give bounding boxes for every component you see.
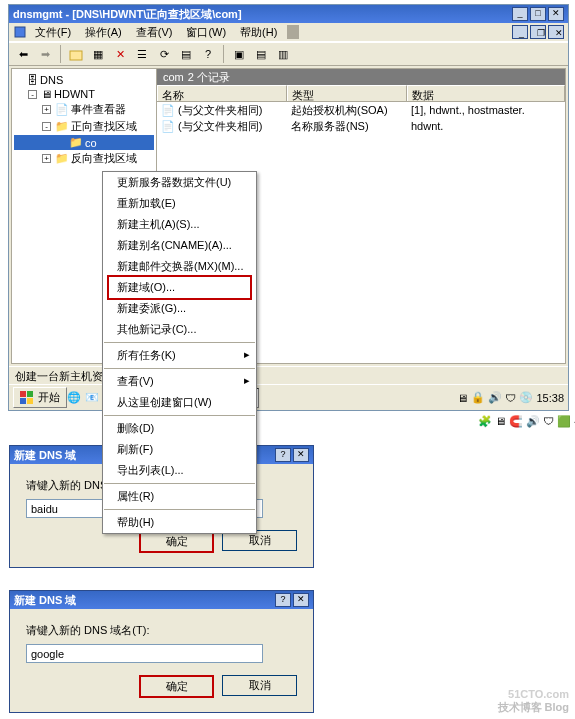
tree-fwd-zone[interactable]: -📁 正向查找区域 <box>14 118 154 135</box>
tray-icon[interactable]: 🧲 <box>509 415 523 428</box>
tray-icon[interactable]: 🛡 <box>543 415 554 428</box>
extra3-button[interactable]: ▥ <box>273 44 293 64</box>
show-hide-button[interactable]: ▦ <box>88 44 108 64</box>
tray-icon[interactable]: 🧩 <box>478 415 492 428</box>
ctx-separator <box>104 483 255 484</box>
col-data[interactable]: 数据 <box>407 85 565 101</box>
host-tray-row: 🧩 🖥 🧲 🔊 🛡 🟩 ◀ <box>478 415 575 428</box>
mmc-titlebar[interactable]: dnsmgmt - [DNS\HDWNT\正向查找区域\com] _ □ ✕ <box>9 5 568 23</box>
watermark: 51CTO.com 技术博客 Blog <box>498 680 570 713</box>
ctx-export[interactable]: 导出列表(L)... <box>103 460 256 481</box>
svg-rect-0 <box>15 27 25 37</box>
mmc-window: dnsmgmt - [DNS\HDWNT\正向查找区域\com] _ □ ✕ 文… <box>8 4 569 411</box>
tray-icon[interactable]: 💿 <box>519 391 533 404</box>
menubar: 文件(F) 操作(A) 查看(V) 窗口(W) 帮助(H) _ ❐ ✕ <box>9 23 568 42</box>
list-header-name: com <box>163 71 184 83</box>
ctx-update-server[interactable]: 更新服务器数据文件(U) <box>103 172 256 193</box>
back-button[interactable]: ⬅ <box>13 44 33 64</box>
menu-help[interactable]: 帮助(H) <box>234 23 283 42</box>
toolbar: ⬅ ➡ ▦ ✕ ☰ ⟳ ▤ ? ▣ ▤ ▥ <box>9 42 568 66</box>
doc-restore-button[interactable]: ❐ <box>530 25 546 39</box>
ctx-reload[interactable]: 重新加载(E) <box>103 193 256 214</box>
minimize-button[interactable]: _ <box>512 7 528 21</box>
ctx-help[interactable]: 帮助(H) <box>103 512 256 533</box>
export-button[interactable]: ▤ <box>176 44 196 64</box>
ctx-new-mx[interactable]: 新建邮件交换器(MX)(M)... <box>103 256 256 277</box>
extra1-button[interactable]: ▣ <box>229 44 249 64</box>
ctx-separator <box>104 509 255 510</box>
ctx-view[interactable]: 查看(V)▸ <box>103 371 256 392</box>
ctx-new-delegation[interactable]: 新建委派(G)... <box>103 298 256 319</box>
ctx-separator <box>104 415 255 416</box>
tree-com-selected[interactable]: 📁 co <box>14 135 154 150</box>
menu-window[interactable]: 窗口(W) <box>180 23 232 42</box>
doc-close-button[interactable]: ✕ <box>548 25 564 39</box>
ctx-delete[interactable]: 删除(D) <box>103 418 256 439</box>
svg-rect-5 <box>27 398 33 404</box>
context-menu: 更新服务器数据文件(U) 重新加载(E) 新建主机(A)(S)... 新建别名(… <box>102 171 257 534</box>
tray-icon[interactable]: 🟩 <box>557 415 571 428</box>
properties-button[interactable]: ☰ <box>132 44 152 64</box>
dialog1-help-button[interactable]: ? <box>275 448 291 462</box>
list-header-count: 2 个记录 <box>188 70 230 85</box>
svg-rect-3 <box>27 391 33 397</box>
list-header: com 2 个记录 <box>157 69 565 85</box>
dialog2-help-button[interactable]: ? <box>275 593 291 607</box>
ctx-new-alias[interactable]: 新建别名(CNAME)(A)... <box>103 235 256 256</box>
taskbar: 开始 🌐 📧 dnsmgmt - [DNS\HDWN... 🖥 🔒 🔊 🛡 💿 … <box>9 384 568 410</box>
ctx-separator <box>104 342 255 343</box>
close-button[interactable]: ✕ <box>548 7 564 21</box>
tree-root[interactable]: 🗄 DNS <box>14 73 154 87</box>
windows-icon <box>20 391 34 405</box>
ctx-other-records[interactable]: 其他新记录(C)... <box>103 319 256 340</box>
up-button[interactable] <box>66 44 86 64</box>
quicklaunch-icon[interactable]: 🌐 <box>67 391 81 404</box>
tray-clock[interactable]: 15:38 <box>536 392 564 404</box>
ctx-all-tasks[interactable]: 所有任务(K)▸ <box>103 345 256 366</box>
svg-rect-4 <box>20 398 26 404</box>
tree-rev-zone[interactable]: +📁 反向查找区域 <box>14 150 154 167</box>
ctx-refresh[interactable]: 刷新(F) <box>103 439 256 460</box>
tray-icon[interactable]: 🛡 <box>505 392 516 404</box>
col-name[interactable]: 名称 <box>157 85 287 101</box>
menu-file[interactable]: 文件(F) <box>29 23 77 42</box>
doc-minimize-button[interactable]: _ <box>512 25 528 39</box>
menu-action[interactable]: 操作(A) <box>79 23 128 42</box>
dialog2-close-button[interactable]: ✕ <box>293 593 309 607</box>
status-bar: 创建一台新主机资源记录。 <box>9 366 568 384</box>
tray-icon[interactable]: 🖥 <box>457 392 468 404</box>
tray-icon[interactable]: 🔒 <box>471 391 485 404</box>
tray-icon[interactable]: 🖥 <box>495 415 506 428</box>
dialog2-label: 请键入新的 DNS 域名(T): <box>26 623 297 638</box>
ctx-new-host[interactable]: 新建主机(A)(S)... <box>103 214 256 235</box>
extra2-button[interactable]: ▤ <box>251 44 271 64</box>
tree-event-viewer[interactable]: +📄 事件查看器 <box>14 101 154 118</box>
list-row[interactable]: 📄 (与父文件夹相同) 名称服务器(NS) hdwnt. <box>157 118 565 134</box>
column-headers[interactable]: 名称 类型 数据 <box>157 85 565 102</box>
help-button[interactable]: ? <box>198 44 218 64</box>
tree-server[interactable]: -🖥 HDWNT <box>14 87 154 101</box>
svg-rect-2 <box>20 391 26 397</box>
forward-button[interactable]: ➡ <box>35 44 55 64</box>
tray-icon[interactable]: 🔊 <box>526 415 540 428</box>
tray-icon[interactable]: 🔊 <box>488 391 502 404</box>
menu-view[interactable]: 查看(V) <box>130 23 179 42</box>
maximize-button[interactable]: □ <box>530 7 546 21</box>
dialog2-title: 新建 DNS 域 <box>14 593 275 608</box>
dialog2-ok-button[interactable]: 确定 <box>139 675 214 698</box>
ctx-properties[interactable]: 属性(R) <box>103 486 256 507</box>
system-tray[interactable]: 🖥 🔒 🔊 🛡 💿 15:38 <box>457 391 564 404</box>
dialog1-close-button[interactable]: ✕ <box>293 448 309 462</box>
quicklaunch-icon[interactable]: 📧 <box>85 391 99 404</box>
dialog2-domain-input[interactable] <box>26 644 263 663</box>
svg-rect-1 <box>70 51 82 60</box>
ctx-new-domain[interactable]: 新建域(O)... <box>107 275 252 300</box>
col-type[interactable]: 类型 <box>287 85 407 101</box>
start-button[interactable]: 开始 <box>13 387 67 408</box>
list-row[interactable]: 📄 (与父文件夹相同) 起始授权机构(SOA) [1], hdwnt., hos… <box>157 102 565 118</box>
refresh-button[interactable]: ⟳ <box>154 44 174 64</box>
delete-button[interactable]: ✕ <box>110 44 130 64</box>
dialog2-cancel-button[interactable]: 取消 <box>222 675 297 696</box>
ctx-new-window[interactable]: 从这里创建窗口(W) <box>103 392 256 413</box>
dialog2-titlebar[interactable]: 新建 DNS 域 ? ✕ <box>10 591 313 609</box>
